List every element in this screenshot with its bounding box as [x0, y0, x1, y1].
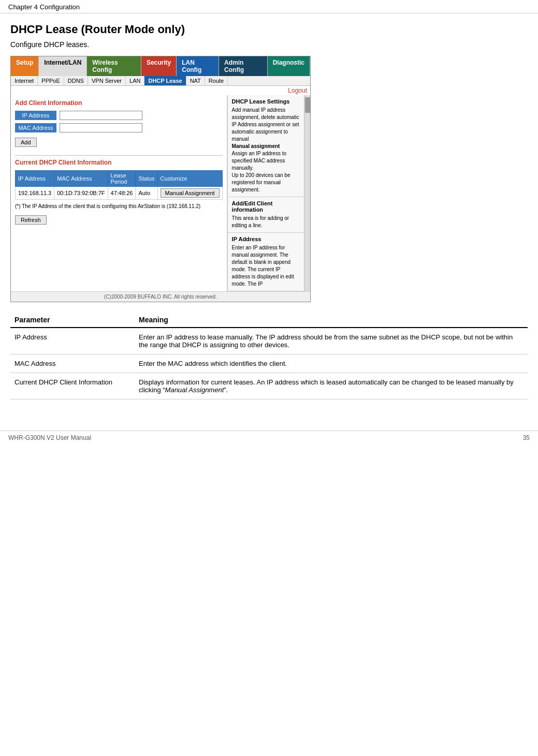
- subnav-ddns[interactable]: DDNS: [64, 76, 88, 85]
- mac-address-input[interactable]: [60, 123, 142, 132]
- right-section-dhcp-settings: DHCP Lease Settings Add manual IP addres…: [228, 95, 304, 197]
- page-header: Chapter 4 Configuration: [0, 0, 538, 13]
- ip-address-label: IP Address: [15, 111, 56, 120]
- subnav-lan[interactable]: LAN: [126, 76, 144, 85]
- right-section-add-edit: Add/Edit Client information This area is…: [228, 197, 304, 233]
- param-col-header: Parameter: [10, 313, 135, 328]
- subnav-dhcp-lease[interactable]: DHCP Lease: [144, 76, 186, 85]
- col-customize: Customize: [157, 171, 222, 187]
- param-meaning-mac: Enter the MAC address which identifies t…: [135, 354, 528, 373]
- nav-security[interactable]: Security: [141, 56, 177, 76]
- section-title: DHCP Lease (Router Mode only): [0, 13, 538, 38]
- mac-address-label: MAC Address: [15, 123, 56, 132]
- param-table-container: Parameter Meaning IP Address Enter an IP…: [0, 313, 538, 410]
- nav-admin-config[interactable]: Admin Config: [219, 56, 268, 76]
- col-status: Status: [136, 171, 157, 187]
- cell-customize: Manual Assignment: [157, 187, 222, 200]
- param-row-current: Current DHCP Client Information Displays…: [10, 373, 528, 399]
- right-section-ip: IP Address Enter an IP address for manua…: [228, 233, 304, 291]
- add-button[interactable]: Add: [15, 138, 37, 147]
- nav-wireless-config[interactable]: Wireless Config: [87, 56, 141, 76]
- cell-status: Auto: [136, 187, 157, 200]
- chapter-label: Chapter 4 Configuration: [8, 3, 80, 11]
- cell-mac: 00:1D:73:92:0B:7F: [54, 187, 108, 200]
- right-title-ip: IP Address: [232, 236, 300, 242]
- table-row: 192.168.11.3 00:1D:73:92:0B:7F 47:48:26 …: [16, 187, 223, 200]
- col-ip: IP Address: [16, 171, 54, 187]
- cell-ip: 192.168.11.3: [16, 187, 54, 200]
- nav-sub-bar: Internet PPPoE DDNS VPN Server LAN DHCP …: [11, 76, 310, 86]
- nav-top-bar: Setup Internet/LAN Wireless Config Secur…: [11, 56, 310, 76]
- left-panel: Add Client Information IP Address MAC Ad…: [11, 95, 227, 291]
- subnav-pppoe[interactable]: PPPoE: [38, 76, 64, 85]
- section-subtitle: Configure DHCP leases.: [0, 38, 538, 56]
- logout-row: Logout: [11, 86, 310, 95]
- param-meaning-ip: Enter an IP address to lease manually. T…: [135, 328, 528, 354]
- param-row-mac: MAC Address Enter the MAC address which …: [10, 354, 528, 373]
- subnav-nat[interactable]: NAT: [186, 76, 205, 85]
- param-row-ip: IP Address Enter an IP address to lease …: [10, 328, 528, 354]
- col-mac: MAC Address: [54, 171, 108, 187]
- right-text-ip: Enter an IP address for manual assignmen…: [232, 244, 300, 288]
- subnav-route[interactable]: Route: [205, 76, 228, 85]
- nav-setup[interactable]: Setup: [11, 56, 39, 76]
- router-ui-footer: (C)2000-2009 BUFFALO INC. All rights res…: [11, 291, 310, 302]
- dhcp-client-table: IP Address MAC Address Lease Period Stat…: [15, 170, 223, 200]
- col-lease: Lease Period: [108, 171, 136, 187]
- subnav-internet[interactable]: Internet: [11, 76, 38, 85]
- note-text: (*) The IP Address of the client that is…: [15, 203, 223, 210]
- param-label-mac: MAC Address: [10, 354, 135, 373]
- ip-address-input[interactable]: [60, 111, 142, 120]
- manual-assignment-button[interactable]: Manual Assignment: [161, 188, 220, 198]
- right-title-add-edit: Add/Edit Client information: [232, 200, 300, 213]
- cell-lease: 47:48:26: [108, 187, 136, 200]
- router-ui-screenshot: Setup Internet/LAN Wireless Config Secur…: [10, 56, 311, 302]
- subnav-vpn-server[interactable]: VPN Server: [88, 76, 126, 85]
- current-dhcp-heading: Current DHCP Client Information: [15, 159, 223, 166]
- nav-diagnostic[interactable]: Diagnostic: [268, 56, 310, 76]
- parameter-table: Parameter Meaning IP Address Enter an IP…: [10, 313, 528, 399]
- right-panel: DHCP Lease Settings Add manual IP addres…: [227, 95, 310, 291]
- mac-address-row: MAC Address: [15, 123, 223, 132]
- right-title-dhcp: DHCP Lease Settings: [232, 98, 300, 105]
- page-footer: WHR-G300N V2 User Manual 35: [0, 431, 538, 444]
- logout-link[interactable]: Logout: [288, 87, 307, 94]
- divider-1: [15, 155, 223, 156]
- refresh-button[interactable]: Refresh: [15, 215, 47, 225]
- add-client-heading: Add Client Information: [15, 99, 223, 107]
- main-content: Add Client Information IP Address MAC Ad…: [11, 95, 310, 291]
- right-text-dhcp: Add manual IP address assignment, delete…: [232, 107, 300, 194]
- meaning-col-header: Meaning: [135, 313, 528, 328]
- ip-address-row: IP Address: [15, 111, 223, 120]
- param-label-ip: IP Address: [10, 328, 135, 354]
- param-meaning-current: Displays information for current leases.…: [135, 373, 528, 399]
- nav-lan-config[interactable]: LAN Config: [177, 56, 219, 76]
- footer-manual-label: WHR-G300N V2 User Manual: [8, 434, 91, 441]
- footer-page-number: 35: [523, 434, 530, 441]
- nav-internet-lan[interactable]: Internet/LAN: [39, 56, 87, 76]
- right-text-add-edit: This area is for adding or editing a lin…: [232, 215, 300, 229]
- param-label-current: Current DHCP Client Information: [10, 373, 135, 399]
